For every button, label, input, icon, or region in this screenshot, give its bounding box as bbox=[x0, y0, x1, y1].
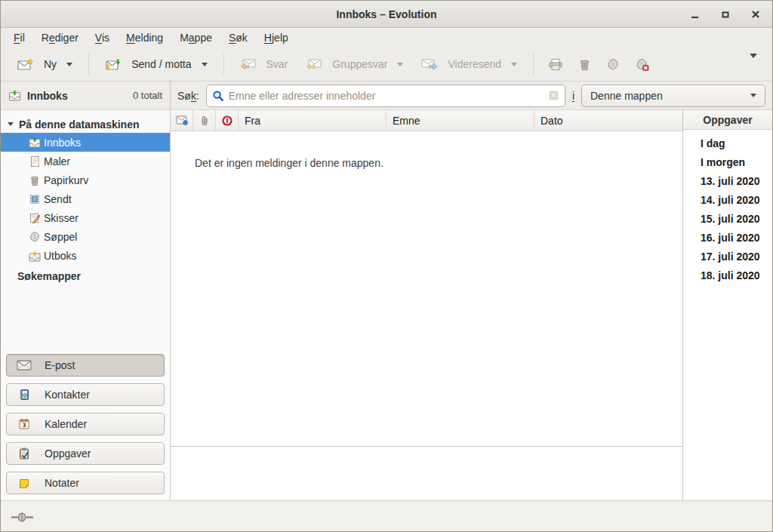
menu-file[interactable]: Fil bbox=[5, 29, 33, 46]
close-button[interactable] bbox=[750, 8, 762, 20]
menubar: Fil Rediger Vis Melding Mappe Søk Hjelp bbox=[1, 28, 772, 48]
not-junk-button[interactable] bbox=[627, 54, 657, 75]
switcher-notes-button[interactable]: Notater bbox=[6, 472, 165, 494]
online-status-plug-icon[interactable] bbox=[11, 512, 35, 523]
sent-icon bbox=[29, 193, 41, 205]
message-list-pane: Fra Emne Dato Det er ingen meldinger i d… bbox=[171, 110, 682, 500]
folder-item-sendt[interactable]: Sendt bbox=[1, 189, 170, 208]
menu-view[interactable]: Vis bbox=[87, 29, 118, 46]
forward-dropdown-arrow bbox=[511, 63, 517, 66]
evolution-window: Innboks – Evolution Fil Rediger Vis Meld… bbox=[0, 0, 773, 532]
inbox-icon bbox=[8, 90, 21, 101]
trash-icon bbox=[29, 174, 41, 186]
message-list-header: Fra Emne Dato bbox=[171, 110, 682, 131]
column-status[interactable] bbox=[171, 110, 193, 131]
folder-count: 0 totalt bbox=[133, 90, 162, 101]
maximize-button[interactable] bbox=[719, 8, 731, 20]
toolbar-separator bbox=[533, 53, 534, 75]
folder-item-innboks[interactable]: Innboks bbox=[1, 133, 170, 152]
task-pane-header[interactable]: Oppgaver bbox=[683, 110, 772, 130]
minimize-icon bbox=[690, 9, 701, 20]
menu-search[interactable]: Søk bbox=[220, 29, 256, 46]
new-message-button[interactable]: Ny bbox=[8, 54, 82, 75]
search-scope-dropdown[interactable]: Denne mappen bbox=[581, 85, 765, 107]
switcher-tasks-button[interactable]: Oppgaver bbox=[6, 442, 165, 465]
column-from[interactable]: Fra bbox=[239, 110, 386, 131]
important-icon bbox=[221, 115, 233, 127]
sidebar: Innboks 0 totalt På denne datamaskinen I… bbox=[1, 81, 171, 500]
menu-folder[interactable]: Mappe bbox=[171, 29, 220, 46]
delete-button[interactable] bbox=[571, 54, 599, 75]
switcher-calendar-button[interactable]: 3 Kalender bbox=[6, 413, 165, 435]
drafts-icon bbox=[29, 212, 41, 224]
folder-item-skisser[interactable]: Skisser bbox=[1, 208, 170, 227]
print-icon bbox=[548, 58, 563, 71]
new-dropdown-arrow bbox=[66, 63, 72, 66]
folder-item-soppel[interactable]: Søppel bbox=[1, 227, 170, 246]
main-area: Søk: i Denne mappen bbox=[171, 81, 772, 500]
task-group-date[interactable]: 14. juli 2020 bbox=[683, 190, 772, 209]
task-group-date[interactable]: 18. juli 2020 bbox=[683, 266, 772, 284]
expander-icon[interactable] bbox=[8, 122, 14, 126]
column-important[interactable] bbox=[216, 110, 239, 131]
forward-button[interactable]: Videresend bbox=[412, 54, 526, 75]
view-switcher: E-post @ Kontakter bbox=[1, 349, 170, 500]
clear-search-icon[interactable] bbox=[548, 90, 559, 101]
task-list: I dag I morgen 13. juli 2020 14. juli 20… bbox=[683, 130, 772, 284]
group-reply-button[interactable]: Gruppesvar bbox=[297, 54, 412, 75]
folder-tree: På denne datamaskinen Innboks bbox=[1, 110, 170, 349]
toolbar: Ny Send / motta Svar bbox=[1, 48, 772, 81]
task-group-date[interactable]: 17. juli 2020 bbox=[683, 247, 772, 266]
message-list-body[interactable]: Det er ingen meldinger i denne mappen. bbox=[171, 131, 682, 446]
reply-icon bbox=[240, 58, 257, 71]
switcher-mail-button[interactable]: E-post bbox=[6, 354, 165, 377]
toolbar-overflow-button[interactable] bbox=[742, 54, 765, 75]
folder-item-papirkurv[interactable]: Papirkurv bbox=[1, 171, 170, 189]
empty-folder-text: Det er ingen meldinger i denne mappen. bbox=[195, 157, 383, 169]
junk-button[interactable] bbox=[599, 54, 627, 75]
column-subject[interactable]: Emne bbox=[386, 110, 534, 131]
tree-root-on-this-computer[interactable]: På denne datamaskinen bbox=[1, 115, 170, 133]
menu-help[interactable]: Hjelp bbox=[256, 29, 297, 46]
mail-row: Fra Emne Dato Det er ingen meldinger i d… bbox=[171, 110, 772, 500]
send-receive-button[interactable]: Send / motta bbox=[96, 54, 216, 75]
send-receive-dropdown-arrow bbox=[202, 63, 208, 66]
titlebar: Innboks – Evolution bbox=[1, 1, 772, 28]
status-icon bbox=[176, 115, 188, 125]
search-input[interactable] bbox=[229, 90, 544, 102]
notes-icon bbox=[16, 477, 32, 489]
task-group-date[interactable]: 16. juli 2020 bbox=[683, 228, 772, 247]
templates-icon bbox=[29, 155, 41, 168]
task-group-date[interactable]: 15. juli 2020 bbox=[683, 209, 772, 228]
column-attachment[interactable] bbox=[193, 110, 216, 131]
forward-icon bbox=[421, 58, 438, 71]
search-label: Søk: bbox=[177, 90, 199, 102]
folder-item-utboks[interactable]: Utboks bbox=[1, 246, 170, 265]
column-date[interactable]: Dato bbox=[534, 110, 682, 131]
menu-message[interactable]: Melding bbox=[118, 29, 171, 46]
preview-pane bbox=[171, 446, 682, 500]
folder-item-maler[interactable]: Maler bbox=[1, 152, 170, 171]
search-icon bbox=[212, 90, 224, 102]
status-bar bbox=[1, 500, 772, 532]
not-junk-icon bbox=[635, 58, 649, 71]
outbox-icon bbox=[29, 250, 41, 262]
minimize-button[interactable] bbox=[689, 8, 701, 20]
inbox-icon bbox=[29, 137, 41, 148]
svg-text:@: @ bbox=[22, 392, 27, 398]
switcher-contacts-button[interactable]: @ Kontakter bbox=[6, 383, 165, 406]
content-area: Innboks 0 totalt På denne datamaskinen I… bbox=[1, 81, 772, 500]
tree-root-search-folders[interactable]: Søkemapper bbox=[1, 266, 170, 285]
print-button[interactable] bbox=[540, 54, 571, 75]
task-group-tomorrow[interactable]: I morgen bbox=[683, 152, 772, 171]
group-reply-dropdown-arrow bbox=[397, 63, 403, 66]
reply-button[interactable]: Svar bbox=[231, 54, 297, 75]
search-entry[interactable] bbox=[206, 85, 565, 107]
task-pane: Oppgaver I dag I morgen 13. juli 2020 14… bbox=[682, 110, 772, 500]
tasks-icon bbox=[16, 447, 32, 460]
task-group-today[interactable]: I dag bbox=[683, 134, 772, 152]
junk-icon bbox=[606, 58, 620, 71]
task-group-date[interactable]: 13. juli 2020 bbox=[683, 171, 772, 190]
maximize-icon bbox=[720, 9, 731, 20]
menu-edit[interactable]: Rediger bbox=[33, 29, 87, 46]
